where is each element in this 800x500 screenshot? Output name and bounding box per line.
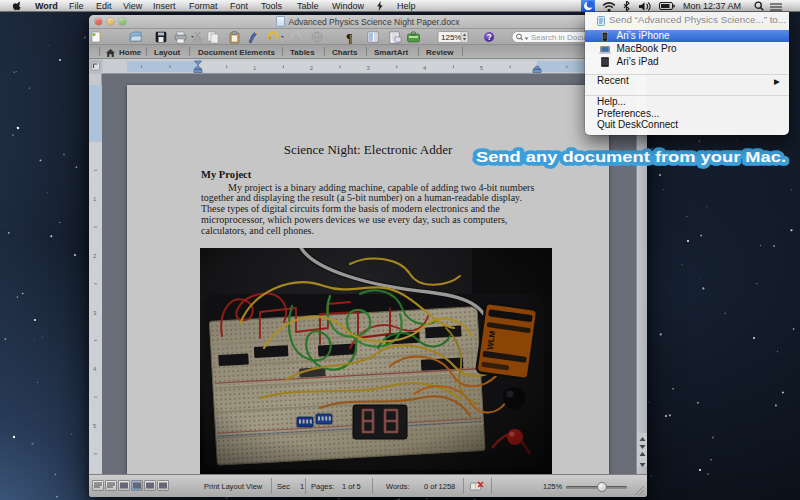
svg-text:?: ? — [487, 32, 492, 42]
svg-text:¶: ¶ — [346, 31, 352, 45]
svg-text:125%: 125% — [441, 33, 461, 42]
svg-text:Send any document from your Ma: Send any document from your Mac. — [476, 148, 786, 165]
